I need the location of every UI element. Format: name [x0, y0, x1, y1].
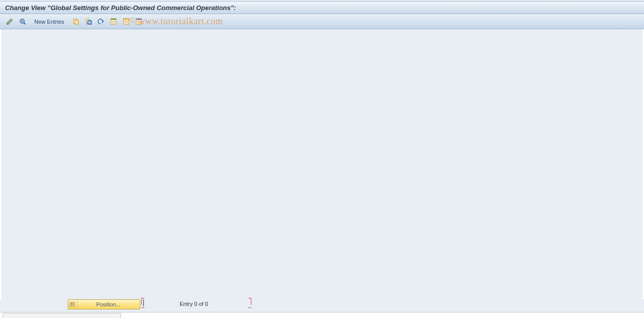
position-label: Position...: [77, 301, 140, 307]
copy-button[interactable]: [71, 17, 81, 27]
selection-bracket-left: [141, 298, 144, 305]
svg-rect-18: [136, 19, 141, 20]
statusbar-area: [0, 312, 644, 318]
selection-bracket-right: [248, 298, 251, 305]
footer-bar: Position... Entry 0 of 0: [0, 299, 644, 311]
title-bar: Change View "Global Settings for Public-…: [0, 1, 644, 14]
svg-rect-4: [75, 20, 78, 24]
content-area: [0, 29, 644, 299]
svg-rect-10: [111, 19, 116, 20]
svg-line-2: [24, 23, 25, 24]
application-toolbar: New Entries: [0, 14, 644, 29]
toggle-change-button[interactable]: [5, 17, 15, 27]
svg-rect-21: [70, 302, 74, 307]
text-cursor: [143, 299, 144, 306]
position-icon: [68, 300, 77, 309]
other-view-button[interactable]: [18, 17, 28, 27]
new-entries-label: New Entries: [34, 19, 64, 25]
statusbar-tab[interactable]: [3, 313, 121, 318]
position-button[interactable]: Position...: [68, 299, 140, 309]
svg-point-1: [22, 20, 23, 22]
select-all-button[interactable]: [109, 17, 119, 27]
deselect-all-button[interactable]: [121, 17, 131, 27]
delete-button[interactable]: [83, 17, 93, 27]
new-entries-button[interactable]: New Entries: [31, 17, 67, 27]
entry-counter: Entry 0 of 0: [180, 301, 208, 307]
page-title: Change View "Global Settings for Public-…: [5, 4, 236, 12]
svg-rect-14: [124, 19, 129, 20]
print-button[interactable]: [134, 17, 144, 27]
undo-button[interactable]: [96, 17, 106, 27]
